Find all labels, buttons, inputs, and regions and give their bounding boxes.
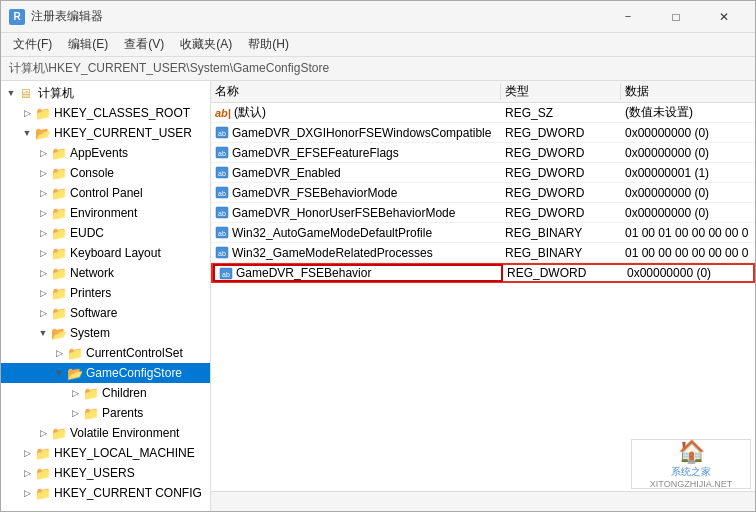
menu-help[interactable]: 帮助(H)	[240, 34, 297, 56]
folder-icon-hkcu: 📂	[35, 126, 51, 141]
tree-item-gameconfigstore[interactable]: ▼ 📂 GameConfigStore	[1, 363, 210, 383]
row-data: 0x00000001 (1)	[621, 166, 755, 180]
folder-icon-console: 📁	[51, 166, 67, 181]
row-type: REG_DWORD	[501, 166, 621, 180]
table-row[interactable]: ab GameDVR_DXGIHonorFSEWindowsCompatible…	[211, 123, 755, 143]
col-header-data: 数据	[621, 83, 755, 100]
tree-panel[interactable]: ▼ 🖥 计算机 ▷ 📁 HKEY_CLASSES_ROOT ▼ 📂 HKEY_C…	[1, 81, 211, 511]
row-type: REG_BINARY	[501, 246, 621, 260]
expand-icon-hku: ▷	[19, 468, 35, 478]
expand-icon-kbl: ▷	[35, 248, 51, 258]
table-body: ab| (默认) REG_SZ (数值未设置) ab GameDVR_DXGIH…	[211, 103, 755, 491]
row-name-text: GameDVR_FSEBehaviorMode	[232, 186, 397, 200]
row-data: 0x00000000 (0)	[621, 146, 755, 160]
tree-item-environment[interactable]: ▷ 📁 Environment	[1, 203, 210, 223]
table-row[interactable]: ab GameDVR_FSEBehavior REG_DWORD 0x00000…	[211, 263, 755, 283]
tree-item-network[interactable]: ▷ 📁 Network	[1, 263, 210, 283]
tree-label-gcs: GameConfigStore	[86, 366, 182, 380]
computer-icon: 🖥	[19, 86, 35, 101]
table-row[interactable]: ab GameDVR_FSEBehaviorMode REG_DWORD 0x0…	[211, 183, 755, 203]
tree-item-printers[interactable]: ▷ 📁 Printers	[1, 283, 210, 303]
table-row[interactable]: ab GameDVR_Enabled REG_DWORD 0x00000001 …	[211, 163, 755, 183]
menu-favorites[interactable]: 收藏夹(A)	[172, 34, 240, 56]
tree-item-hkcc[interactable]: ▷ 📁 HKEY_CURRENT CONFIG	[1, 483, 210, 503]
tree-item-computer[interactable]: ▼ 🖥 计算机	[1, 83, 210, 103]
menu-view[interactable]: 查看(V)	[116, 34, 172, 56]
menu-file[interactable]: 文件(F)	[5, 34, 60, 56]
expand-icon-venv: ▷	[35, 428, 51, 438]
watermark: 🏠 系统之家 XITONGZHIJIA.NET	[631, 439, 751, 489]
table-row[interactable]: ab Win32_AutoGameModeDefaultProfile REG_…	[211, 223, 755, 243]
menu-edit[interactable]: 编辑(E)	[60, 34, 116, 56]
table-row[interactable]: ab Win32_GameModeRelatedProcesses REG_BI…	[211, 243, 755, 263]
expand-icon-printers: ▷	[35, 288, 51, 298]
row-name-text: Win32_GameModeRelatedProcesses	[232, 246, 433, 260]
registry-value-icon: ab	[215, 246, 229, 260]
table-row[interactable]: ab GameDVR_HonorUserFSEBehaviorMode REG_…	[211, 203, 755, 223]
watermark-icon: 🏠	[678, 439, 705, 465]
row-name: ab GameDVR_FSEBehaviorMode	[211, 186, 501, 200]
expand-icon-hklm: ▷	[19, 448, 35, 458]
maximize-button[interactable]: □	[653, 1, 699, 33]
col-header-name: 名称	[211, 83, 501, 100]
tree-item-console[interactable]: ▷ 📁 Console	[1, 163, 210, 183]
close-button[interactable]: ✕	[701, 1, 747, 33]
folder-icon-venv: 📁	[51, 426, 67, 441]
registry-value-icon: ab	[215, 166, 229, 180]
tree-item-hkey-classes-root[interactable]: ▷ 📁 HKEY_CLASSES_ROOT	[1, 103, 210, 123]
row-name-text: GameDVR_Enabled	[232, 166, 341, 180]
tree-item-software[interactable]: ▷ 📁 Software	[1, 303, 210, 323]
expand-icon-children: ▷	[67, 388, 83, 398]
tree-label-kbl: Keyboard Layout	[70, 246, 161, 260]
tree-item-hku[interactable]: ▷ 📁 HKEY_USERS	[1, 463, 210, 483]
folder-icon-software: 📁	[51, 306, 67, 321]
row-data: 0x00000000 (0)	[621, 126, 755, 140]
folder-icon-kbl: 📁	[51, 246, 67, 261]
tree-item-volatile-env[interactable]: ▷ 📁 Volatile Environment	[1, 423, 210, 443]
app-icon: R	[9, 9, 25, 25]
expand-icon-appevents: ▷	[35, 148, 51, 158]
table-header: 名称 类型 数据	[211, 81, 755, 103]
expand-icon-gcs: ▼	[51, 368, 67, 378]
row-type: REG_DWORD	[501, 206, 621, 220]
tree-item-hkey-current-user[interactable]: ▼ 📂 HKEY_CURRENT_USER	[1, 123, 210, 143]
tree-item-parents[interactable]: ▷ 📁 Parents	[1, 403, 210, 423]
row-name-text: GameDVR_HonorUserFSEBehaviorMode	[232, 206, 455, 220]
window-controls: － □ ✕	[605, 1, 747, 33]
row-data: 01 00 00 00 00 00 00 0	[621, 246, 755, 260]
table-row[interactable]: ab| (默认) REG_SZ (数值未设置)	[211, 103, 755, 123]
svg-text:ab: ab	[218, 130, 226, 137]
row-type: REG_BINARY	[501, 226, 621, 240]
minimize-button[interactable]: －	[605, 1, 651, 33]
svg-text:ab: ab	[218, 230, 226, 237]
expand-icon-hkcc: ▷	[19, 488, 35, 498]
expand-icon-hkcr: ▷	[19, 108, 35, 118]
tree-label-children: Children	[102, 386, 147, 400]
registry-value-icon: ab	[219, 266, 233, 280]
svg-text:ab: ab	[218, 150, 226, 157]
tree-item-appevents[interactable]: ▷ 📁 AppEvents	[1, 143, 210, 163]
row-name-text: GameDVR_EFSEFeatureFlags	[232, 146, 399, 160]
tree-item-hklm[interactable]: ▷ 📁 HKEY_LOCAL_MACHINE	[1, 443, 210, 463]
tree-item-children[interactable]: ▷ 📁 Children	[1, 383, 210, 403]
table-row[interactable]: ab GameDVR_EFSEFeatureFlags REG_DWORD 0x…	[211, 143, 755, 163]
row-name: ab GameDVR_Enabled	[211, 166, 501, 180]
tree-item-keyboard-layout[interactable]: ▷ 📁 Keyboard Layout	[1, 243, 210, 263]
folder-icon-ccs: 📁	[67, 346, 83, 361]
row-type: REG_DWORD	[501, 186, 621, 200]
tree-label-system: System	[70, 326, 110, 340]
row-type: REG_SZ	[501, 106, 621, 120]
svg-text:ab: ab	[218, 250, 226, 257]
tree-item-control-panel[interactable]: ▷ 📁 Control Panel	[1, 183, 210, 203]
row-data: 0x00000000 (0)	[621, 186, 755, 200]
tree-item-eudc[interactable]: ▷ 📁 EUDC	[1, 223, 210, 243]
tree-item-system[interactable]: ▼ 📂 System	[1, 323, 210, 343]
row-name: ab GameDVR_DXGIHonorFSEWindowsCompatible	[211, 126, 501, 140]
col-header-type: 类型	[501, 83, 621, 100]
row-type: REG_DWORD	[503, 266, 623, 280]
row-name: ab GameDVR_EFSEFeatureFlags	[211, 146, 501, 160]
svg-text:ab: ab	[218, 190, 226, 197]
folder-icon-eudc: 📁	[51, 226, 67, 241]
tree-item-current-control-set[interactable]: ▷ 📁 CurrentControlSet	[1, 343, 210, 363]
tree-label-software: Software	[70, 306, 117, 320]
